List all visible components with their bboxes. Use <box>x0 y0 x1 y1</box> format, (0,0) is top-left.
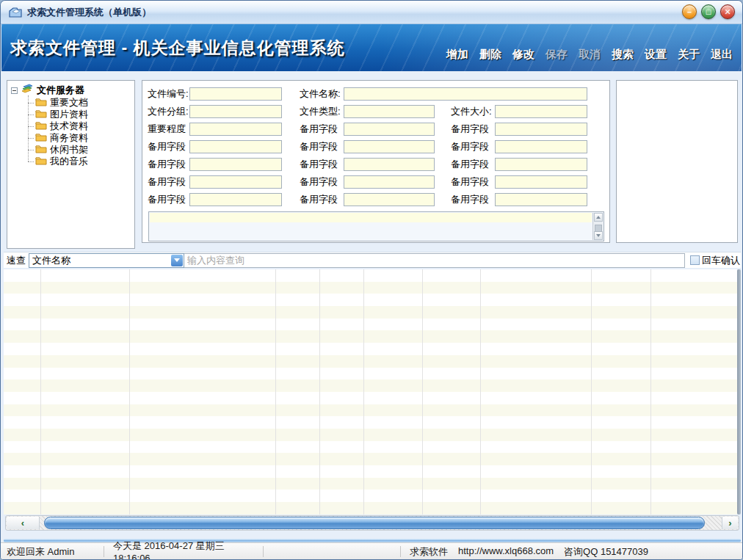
folder-icon <box>35 155 47 168</box>
menu-settings[interactable]: 设置 <box>645 48 667 62</box>
scroll-left-button[interactable]: ‹ <box>7 517 40 529</box>
field-input-spare-13[interactable] <box>344 193 435 206</box>
field-input-spare-1[interactable] <box>344 123 435 136</box>
table-row[interactable] <box>4 416 737 429</box>
search-input[interactable] <box>184 253 685 268</box>
field-input-spare-10[interactable] <box>344 175 435 189</box>
field-label-spare-11: 备用字段 <box>451 175 495 189</box>
scroll-up-icon[interactable] <box>594 213 603 222</box>
menu-delete[interactable]: 删除 <box>479 48 501 62</box>
field-input-spare-4[interactable] <box>344 140 435 153</box>
field-input-spare-12[interactable] <box>189 193 282 206</box>
tree-root-label: 文件服务器 <box>37 84 84 97</box>
table-row[interactable] <box>4 282 737 294</box>
welcome-text: 欢迎回来 Admin <box>1 545 104 559</box>
tree-item-pictures[interactable]: 图片资料 <box>15 109 133 120</box>
field-input-file-type[interactable] <box>344 105 435 118</box>
file-server-icon <box>21 84 34 98</box>
table-row[interactable] <box>4 319 737 331</box>
field-label-file-group: 文件分组: <box>148 105 189 118</box>
field-input-file-name[interactable] <box>344 87 587 101</box>
field-label-file-type: 文件类型: <box>300 105 344 118</box>
table-row[interactable] <box>4 441 737 454</box>
date-text: 今天是 2016-04-27 星期三 18:16:06 <box>104 539 263 560</box>
table-row[interactable] <box>4 330 737 343</box>
menu-cancel[interactable]: 取消 <box>579 48 601 62</box>
field-label-file-name: 文件名称: <box>300 87 344 101</box>
remarks-textarea[interactable] <box>148 211 604 241</box>
enter-confirm-label: 回车确认 <box>702 254 740 267</box>
table-row[interactable] <box>4 490 737 502</box>
vertical-scrollbar[interactable] <box>737 269 741 514</box>
table-row[interactable] <box>4 478 737 490</box>
remarks-scrollbar[interactable] <box>592 213 603 240</box>
tree-item-tech-docs[interactable]: 技术资料 <box>15 120 133 132</box>
field-input-file-number[interactable] <box>189 87 282 101</box>
field-input-spare-5[interactable] <box>495 140 587 153</box>
tree-item-important-docs[interactable]: 重要文档 <box>15 97 133 109</box>
search-field-select[interactable]: 文件名称 <box>29 253 184 268</box>
field-input-spare-11[interactable] <box>495 175 587 189</box>
field-input-spare-2[interactable] <box>495 123 587 136</box>
menu-modify[interactable]: 修改 <box>512 48 534 62</box>
table-row[interactable] <box>4 379 737 392</box>
tree-item-leisure-books[interactable]: 休闲书架 <box>15 144 133 156</box>
minimize-button[interactable]: － <box>682 4 697 19</box>
quick-search-label: 速查 <box>7 254 26 267</box>
table-row[interactable] <box>4 294 737 306</box>
field-label-spare-5: 备用字段 <box>451 140 495 153</box>
file-table[interactable] <box>4 269 737 514</box>
vendor-url-text: http://www.xlq668.com <box>458 545 554 559</box>
scroll-right-button[interactable]: › <box>722 517 738 529</box>
tree-connector <box>28 103 34 103</box>
field-label-spare-6: 备用字段 <box>148 158 189 171</box>
close-button[interactable]: ✕ <box>720 4 735 19</box>
table-column-divider <box>480 269 481 514</box>
table-row[interactable] <box>4 453 737 465</box>
app-window: 求索文件管理系统（单机版） － □ ✕ 求索文件管理 - 机关企事业信息化管理系… <box>0 0 743 560</box>
table-row[interactable] <box>4 404 737 417</box>
menu-exit[interactable]: 退出 <box>711 48 733 62</box>
table-row[interactable] <box>4 465 737 478</box>
scrollbar-thumb[interactable] <box>44 517 705 529</box>
scroll-down-icon[interactable] <box>594 231 603 240</box>
table-row[interactable] <box>4 502 737 514</box>
table-row[interactable] <box>4 343 737 355</box>
field-input-file-size[interactable] <box>495 105 587 118</box>
menu-search[interactable]: 搜索 <box>612 48 634 62</box>
field-label-file-number: 文件编号: <box>148 87 189 101</box>
table-row[interactable] <box>4 355 737 368</box>
field-input-spare-14[interactable] <box>495 193 587 206</box>
table-row[interactable] <box>4 269 737 282</box>
enter-confirm-checkbox[interactable] <box>690 255 700 265</box>
table-row[interactable] <box>4 306 737 319</box>
field-input-spare-8[interactable] <box>495 158 587 171</box>
chevron-down-icon[interactable] <box>171 255 183 266</box>
horizontal-scrollbar[interactable]: ‹ › <box>5 515 739 531</box>
field-input-importance[interactable] <box>189 123 282 136</box>
field-input-spare-9[interactable] <box>189 175 282 189</box>
chevron-right-icon: › <box>728 518 731 528</box>
table-column-divider <box>591 269 592 514</box>
table-row[interactable] <box>4 392 737 404</box>
table-row[interactable] <box>4 368 737 380</box>
tree-item-my-music[interactable]: 我的音乐 <box>15 156 133 167</box>
window-controls: － □ ✕ <box>682 4 735 19</box>
menu-save[interactable]: 保存 <box>546 48 568 62</box>
field-input-spare-3[interactable] <box>189 140 282 153</box>
menu-add[interactable]: 增加 <box>446 48 468 62</box>
table-row[interactable] <box>4 429 737 441</box>
status-bar: 欢迎回来 Admin 今天是 2016-04-27 星期三 18:16:06 求… <box>1 542 742 560</box>
field-input-file-group[interactable] <box>189 105 282 118</box>
tree-collapse-icon[interactable] <box>11 87 18 94</box>
folder-tree-panel: 文件服务器 重要文档图片资料技术资料商务资料休闲书架我的音乐 <box>7 80 135 249</box>
field-input-spare-6[interactable] <box>189 158 282 171</box>
title-bar: 求索文件管理系统（单机版） － □ ✕ <box>1 1 742 24</box>
tree-item-business-docs[interactable]: 商务资料 <box>15 132 133 144</box>
tree-connector <box>28 161 34 162</box>
field-input-spare-7[interactable] <box>344 158 435 171</box>
remarks-scroll-thumb[interactable] <box>595 225 602 232</box>
menu-about[interactable]: 关于 <box>678 48 700 62</box>
field-label-spare-13: 备用字段 <box>300 193 344 206</box>
maximize-button[interactable]: □ <box>701 4 716 19</box>
